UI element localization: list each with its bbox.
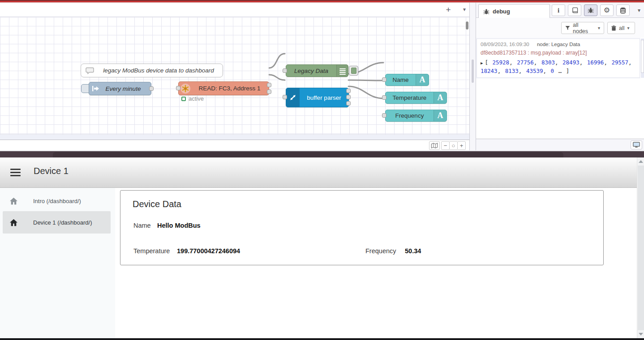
inject-node[interactable]: Every minute [89, 82, 151, 95]
node-status-icon [181, 97, 186, 101]
buffer-parser-input-port[interactable] [283, 95, 287, 99]
ui-text-label: Temperature [386, 94, 434, 101]
nav-item-intro[interactable]: Intro (/dashboard/) [3, 190, 111, 212]
modbus-output-port-2[interactable] [267, 89, 271, 94]
frequency-label: Frequency [365, 247, 396, 255]
dashboard-page-title: Device 1 [34, 166, 69, 176]
splitter-handle[interactable] [472, 60, 474, 83]
inject-label: Every minute [102, 85, 151, 92]
debug-filter-button[interactable]: all nodes ▾ [561, 22, 604, 34]
comment-label: legacy ModBus device data to dashboard [94, 67, 223, 74]
flow-list-caret-icon[interactable]: ▾ [463, 6, 466, 13]
sidebar-header: debug i [476, 3, 644, 18]
buffer-parser-output-port-2[interactable] [346, 95, 351, 99]
dashboard-scrollbar[interactable] [637, 157, 644, 338]
nav-item-label: Device 1 (/dashboard/) [33, 219, 92, 226]
buffer-parser-output-port-3[interactable] [346, 101, 351, 106]
flow-canvas[interactable]: legacy ModBus device data to dashboard E… [0, 17, 469, 134]
buffer-parser-output-port-1[interactable] [346, 89, 351, 93]
name-label: Name [133, 222, 151, 229]
home-icon [9, 219, 18, 226]
debug-message-list[interactable]: 08/09/2023, 16:09:30 node: Legacy Data d… [476, 38, 640, 79]
dashboard-window-titlebar [0, 151, 644, 157]
temperature-label: Temperature [133, 247, 170, 255]
debug-enable-toggle[interactable] [349, 66, 358, 76]
map-icon [431, 143, 438, 149]
debug-node-input-port[interactable] [283, 68, 287, 73]
ui-text-node-name[interactable]: Name A [385, 74, 429, 86]
comment-node[interactable]: legacy ModBus device data to dashboard [81, 64, 223, 77]
buffer-parser-label: buffer parser [300, 94, 348, 101]
inject-output-port[interactable] [149, 86, 154, 91]
ui-text-temperature-input-port[interactable] [382, 95, 386, 100]
flow-tabbar: + ▾ [0, 3, 469, 17]
config-tab-button[interactable]: ⚙ [600, 4, 614, 16]
debug-payload-numbers: 25928, 27756, 8303, 28493, 16996, 29557,… [481, 59, 632, 74]
sidebar-menu-caret-icon[interactable]: ▾ [638, 7, 640, 13]
gear-icon: ⚙ [604, 7, 610, 14]
open-in-window-button[interactable] [631, 140, 642, 149]
debug-sidebar: debug i [476, 3, 644, 150]
zoom-out-button[interactable]: − [441, 141, 450, 150]
canvas-vertical-scrollbar[interactable] [466, 21, 468, 30]
debug-clear-label: all [619, 25, 625, 31]
sidebar-splitter[interactable] [469, 3, 476, 150]
expand-caret-icon[interactable]: ▶ [481, 61, 483, 65]
debug-clear-button[interactable]: all ▾ [607, 22, 635, 34]
add-flow-button[interactable]: + [443, 5, 453, 15]
debug-payload[interactable]: ▶[ 25928, 27756, 8303, 28493, 16996, 295… [481, 59, 636, 76]
scrollbar-thumb[interactable] [638, 166, 644, 330]
monitor-icon [633, 142, 640, 148]
modbus-input-port[interactable] [176, 86, 180, 90]
debug-tab-button[interactable] [584, 4, 597, 16]
tab-debug-label: debug [493, 8, 510, 15]
ui-text-name-input-port[interactable] [382, 77, 386, 82]
debug-node-label: Legacy Data [286, 68, 336, 74]
bug-icon [483, 8, 489, 15]
ui-text-frequency-input-port[interactable] [382, 113, 386, 118]
nav-item-device1[interactable]: Device 1 (/dashboard/) [3, 211, 111, 234]
modbus-output-port-1[interactable] [267, 83, 271, 87]
debug-msg-meta: df8ecbd817357113 : msg.payload : array[1… [481, 50, 636, 56]
debug-toolbar: all nodes ▾ all ▾ [476, 18, 644, 38]
navigator-button[interactable] [429, 141, 440, 150]
modbus-read-node[interactable]: READ: FC3, Address 1 [178, 81, 269, 95]
menu-toggle-button[interactable] [10, 169, 21, 176]
text-a-icon: A [416, 74, 429, 85]
modbus-label: READ: FC3, Address 1 [190, 85, 269, 92]
canvas-footer: − ○ + [0, 140, 469, 150]
ui-text-label: Frequency [386, 112, 434, 119]
canvas-horizontal-scrollbar[interactable] [0, 134, 469, 140]
zoom-in-button[interactable]: + [457, 141, 466, 150]
ui-text-node-frequency[interactable]: Frequency A [385, 110, 447, 122]
dashboard-toolbar: Device 1 [0, 157, 644, 188]
ui-text-node-temperature[interactable]: Temperature A [385, 92, 447, 104]
debug-list-icon [336, 65, 348, 76]
info-icon: i [558, 7, 559, 14]
text-a-icon: A [434, 92, 447, 103]
inject-button[interactable] [81, 84, 89, 93]
scroll-up-arrow-icon[interactable] [639, 160, 643, 163]
window-bottom-edge [0, 338, 644, 340]
context-tab-button[interactable] [616, 4, 630, 16]
dashboard-nav: Intro (/dashboard/) Device 1 (/dashboard… [0, 188, 115, 338]
buffer-parser-node[interactable]: buffer parser [286, 88, 349, 107]
info-tab-button[interactable]: i [552, 4, 565, 16]
debug-list-scrollbar[interactable] [641, 38, 644, 78]
scroll-down-arrow-icon[interactable] [639, 333, 643, 336]
temperature-value: 199.77000427246094 [177, 247, 240, 255]
ui-text-label: Name [386, 76, 416, 83]
book-icon [571, 7, 578, 13]
debug-node-legacy-data[interactable]: Legacy Data [286, 64, 348, 77]
home-icon [9, 197, 18, 205]
device-data-card: Device Data Name Hello ModBus Temperatur… [120, 190, 604, 265]
titlebar-tab [53, 152, 563, 157]
tab-debug[interactable]: debug [478, 4, 550, 18]
buffer-parser-resize-icon [286, 88, 300, 107]
text-a-icon: A [434, 110, 447, 121]
frequency-value: 50.34 [405, 247, 421, 255]
modbus-icon [180, 84, 190, 94]
debug-message[interactable]: 08/09/2023, 16:09:30 node: Legacy Data d… [477, 38, 640, 78]
help-tab-button[interactable] [568, 4, 581, 16]
zoom-reset-button[interactable]: ○ [449, 141, 458, 150]
